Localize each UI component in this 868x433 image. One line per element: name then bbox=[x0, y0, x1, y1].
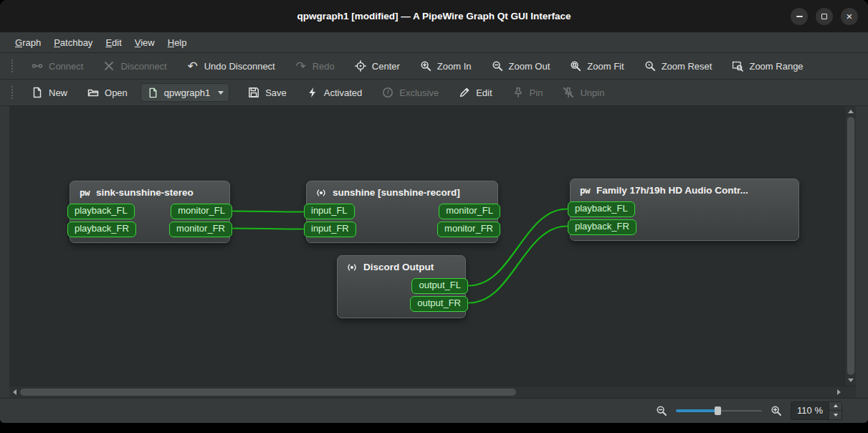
pin-button[interactable]: Pin bbox=[505, 82, 550, 103]
connect-button[interactable]: Connect bbox=[24, 56, 90, 76]
disconnect-icon bbox=[102, 60, 115, 72]
port-input[interactable]: playback_FL bbox=[67, 204, 135, 219]
port-output[interactable]: output_FR bbox=[410, 296, 468, 312]
vertical-scroll-thumb[interactable] bbox=[847, 117, 854, 375]
scroll-up-arrow[interactable] bbox=[848, 110, 854, 113]
patchbay-file-name: qpwgraph1 bbox=[164, 87, 210, 98]
zoom-out-icon[interactable] bbox=[655, 404, 668, 417]
spin-buttons bbox=[829, 402, 841, 419]
toolbar-grip[interactable] bbox=[11, 60, 16, 72]
connection-wires bbox=[9, 106, 844, 386]
center-button[interactable]: Center bbox=[348, 56, 406, 76]
zoom-fit-icon bbox=[569, 60, 582, 72]
new-file-icon bbox=[31, 86, 44, 99]
center-icon bbox=[354, 60, 367, 72]
audio-app-icon bbox=[315, 186, 328, 199]
zoom-slider[interactable] bbox=[676, 405, 762, 417]
node-sink-sunshine-stereo[interactable]: pw sink-sunshine-stereo playback_FL play… bbox=[70, 181, 230, 243]
node-family-hd-audio[interactable]: pw Family 17h/19h HD Audio Contr... play… bbox=[570, 179, 799, 241]
toolbar-grip[interactable] bbox=[11, 86, 16, 99]
zoom-in-icon[interactable] bbox=[770, 404, 783, 417]
graph-canvas[interactable]: pw sink-sunshine-stereo playback_FL play… bbox=[9, 106, 844, 386]
port-input[interactable]: input_FR bbox=[304, 222, 356, 237]
zoom-range-button[interactable]: Zoom Range bbox=[725, 56, 809, 76]
horizontal-scrollbar[interactable] bbox=[9, 386, 844, 398]
disconnect-button[interactable]: Disconnect bbox=[96, 56, 173, 76]
unpin-icon bbox=[562, 86, 575, 99]
zoom-in-button[interactable]: Zoom In bbox=[413, 56, 478, 76]
port-output[interactable]: output_FL bbox=[411, 278, 468, 294]
edit-button[interactable]: Edit bbox=[452, 82, 498, 103]
save-button[interactable]: Save bbox=[241, 82, 293, 103]
undo-icon: ↶ bbox=[186, 60, 199, 72]
menu-patchbay[interactable]: Patchbay bbox=[47, 32, 99, 52]
close-icon: × bbox=[846, 11, 853, 22]
toolbar-main: Connect Disconnect ↶ Undo Disconnect ↷ R… bbox=[0, 53, 868, 80]
port-output[interactable]: monitor_FR bbox=[169, 222, 232, 237]
zoom-reset-button[interactable]: Zoom Reset bbox=[637, 56, 719, 76]
maximize-button[interactable] bbox=[816, 8, 833, 25]
chevron-down-icon bbox=[218, 91, 224, 95]
zoom-slider-fill bbox=[676, 409, 717, 412]
menu-graph[interactable]: Graph bbox=[9, 32, 47, 52]
svg-text:f: f bbox=[387, 88, 390, 96]
redo-button[interactable]: ↷ Redo bbox=[288, 56, 341, 76]
port-output[interactable]: monitor_FR bbox=[437, 222, 500, 237]
port-input[interactable]: playback_FR bbox=[67, 222, 136, 237]
open-folder-icon bbox=[87, 86, 100, 99]
spin-up-button[interactable] bbox=[829, 402, 841, 411]
zoom-out-icon bbox=[491, 60, 504, 72]
unpin-button[interactable]: Unpin bbox=[555, 82, 611, 103]
scroll-left-arrow[interactable] bbox=[13, 389, 16, 395]
connection-wire[interactable] bbox=[233, 211, 303, 212]
port-output[interactable]: monitor_FL bbox=[439, 204, 500, 219]
zoom-value[interactable]: 110 % bbox=[791, 402, 829, 419]
horizontal-scroll-thumb[interactable] bbox=[20, 389, 516, 396]
node-title-bar: Discord Output bbox=[338, 256, 465, 278]
activated-button[interactable]: Activated bbox=[300, 82, 368, 103]
pipewire-icon: pw bbox=[578, 184, 591, 197]
patchbay-file-combo[interactable]: qpwgraph1 bbox=[140, 83, 229, 102]
redo-icon: ↷ bbox=[295, 60, 307, 72]
open-button[interactable]: Open bbox=[80, 82, 134, 103]
new-button[interactable]: New bbox=[24, 82, 74, 103]
zoom-spinbox[interactable]: 110 % bbox=[791, 401, 842, 420]
zoom-slider-track bbox=[717, 410, 762, 411]
zoom-out-button[interactable]: Zoom Out bbox=[485, 56, 557, 76]
statusbar: 110 % bbox=[0, 398, 868, 422]
titlebar[interactable]: qpwgraph1 [modified] — A PipeWire Graph … bbox=[0, 0, 868, 32]
node-title-bar: sunshine [sunshine-record] bbox=[307, 181, 497, 204]
zoom-fit-button[interactable]: Zoom Fit bbox=[563, 56, 630, 76]
zoom-in-icon bbox=[419, 60, 432, 72]
main-area: pw sink-sunshine-stereo playback_FL play… bbox=[0, 106, 868, 386]
spin-down-button[interactable] bbox=[829, 410, 841, 419]
undo-disconnect-button[interactable]: ↶ Undo Disconnect bbox=[180, 56, 282, 76]
pencil-icon bbox=[458, 86, 471, 99]
audio-app-icon bbox=[345, 261, 358, 274]
menu-edit[interactable]: Edit bbox=[99, 32, 128, 52]
menubar: Graph Patchbay Edit View Help bbox=[0, 32, 868, 53]
minimize-button[interactable] bbox=[791, 8, 808, 25]
menu-help[interactable]: Help bbox=[161, 32, 194, 52]
close-button[interactable]: × bbox=[841, 8, 858, 25]
node-discord-output[interactable]: Discord Output output_FL output_FR bbox=[337, 255, 466, 318]
hscroll-row bbox=[0, 386, 868, 398]
port-input[interactable]: playback_FL bbox=[568, 201, 635, 217]
port-output[interactable]: monitor_FL bbox=[171, 204, 232, 219]
zoom-reset-icon bbox=[644, 60, 657, 72]
scroll-right-arrow[interactable] bbox=[837, 389, 841, 395]
vertical-scrollbar[interactable] bbox=[844, 106, 856, 386]
scroll-down-arrow[interactable] bbox=[848, 379, 854, 382]
exclusive-icon: f bbox=[381, 86, 394, 99]
connection-wire[interactable] bbox=[233, 229, 303, 229]
save-icon bbox=[247, 86, 260, 99]
port-input[interactable]: input_FL bbox=[304, 204, 355, 219]
node-sunshine-record[interactable]: sunshine [sunshine-record] input_FL inpu… bbox=[306, 181, 498, 243]
maximize-icon bbox=[821, 14, 827, 19]
zoom-slider-handle[interactable] bbox=[715, 406, 721, 415]
exclusive-button[interactable]: f Exclusive bbox=[375, 82, 445, 103]
node-title-bar: pw sink-sunshine-stereo bbox=[70, 181, 229, 204]
node-title-bar: pw Family 17h/19h HD Audio Contr... bbox=[571, 179, 798, 201]
menu-view[interactable]: View bbox=[128, 32, 161, 52]
port-input[interactable]: playback_FR bbox=[568, 219, 636, 235]
